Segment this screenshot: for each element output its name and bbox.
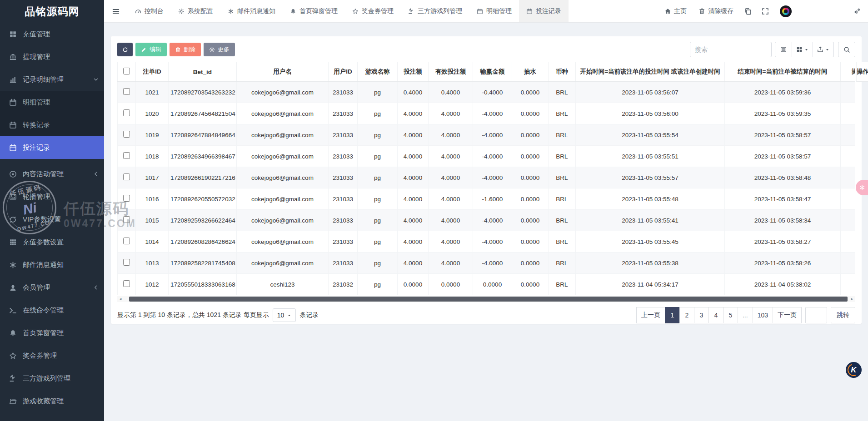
sidebar-item-recharge-params[interactable]: 充值参数设置 bbox=[0, 231, 104, 253]
next-page-button[interactable]: 下一页 bbox=[773, 307, 802, 323]
sidebar-item-carousel[interactable]: 轮播管理 bbox=[0, 185, 104, 208]
copy-page-button[interactable] bbox=[739, 8, 757, 15]
cell-action bbox=[841, 124, 856, 146]
sidebar-item-bet-records[interactable]: 投注记录 bbox=[0, 136, 104, 159]
tab-bet-records[interactable]: 投注记录 bbox=[519, 0, 569, 22]
row-checkbox[interactable] bbox=[123, 173, 130, 180]
page-ellipsis[interactable]: ... bbox=[738, 307, 753, 323]
sidebar-item-recharge[interactable]: 充值管理 bbox=[0, 23, 104, 45]
sidebar-item-members[interactable]: 会员管理 bbox=[0, 276, 104, 299]
tab-home-popup[interactable]: 首页弹窗管理 bbox=[283, 0, 345, 22]
sidebar-item-bonus-coupon[interactable]: 奖金券管理 bbox=[0, 344, 104, 367]
page-button-2[interactable]: 2 bbox=[679, 307, 694, 323]
export-button[interactable] bbox=[813, 42, 834, 57]
cell-user_id: 231033 bbox=[329, 188, 358, 210]
row-checkbox[interactable] bbox=[123, 195, 130, 202]
gavel-icon bbox=[408, 8, 414, 15]
sidebar-item-content-activity[interactable]: 内容活动管理 bbox=[0, 163, 104, 185]
row-checkbox[interactable] bbox=[123, 259, 130, 266]
page-button-5[interactable]: 5 bbox=[723, 307, 738, 323]
cell-rake: 0.0000 bbox=[512, 103, 549, 124]
tab-label: 三方游戏列管理 bbox=[418, 7, 462, 15]
settings-button[interactable] bbox=[848, 8, 868, 15]
delete-button[interactable]: 删除 bbox=[170, 43, 201, 56]
table-row: 10211720892703543263232cokejogo6@gmail.c… bbox=[118, 82, 856, 103]
page-button-1[interactable]: 1 bbox=[665, 307, 680, 323]
tab-mail-notify[interactable]: 邮件消息通知 bbox=[220, 0, 283, 22]
terminal-icon bbox=[9, 307, 17, 314]
cell-checkbox bbox=[118, 124, 136, 146]
sidebar-item-withdraw[interactable]: 提现管理 bbox=[0, 45, 104, 68]
user-avatar[interactable] bbox=[780, 5, 792, 17]
select-all-checkbox[interactable] bbox=[123, 68, 130, 74]
tab-third-party-games[interactable]: 三方游戏列管理 bbox=[401, 0, 469, 22]
jump-page-input[interactable] bbox=[805, 307, 827, 323]
cell-checkbox bbox=[118, 253, 136, 274]
page-size-select[interactable]: 10 bbox=[273, 308, 296, 322]
jump-button[interactable]: 跳转 bbox=[831, 307, 855, 323]
copy-icon bbox=[744, 8, 752, 15]
cell-win_lose_amount: -4.0000 bbox=[473, 146, 512, 167]
row-checkbox[interactable] bbox=[123, 109, 130, 116]
sidebar-item-detail-management[interactable]: 明细管理 bbox=[0, 91, 104, 114]
column-header-bet_id: Bet_id bbox=[169, 62, 237, 82]
page-button-103[interactable]: 103 bbox=[753, 307, 773, 323]
sidebar-item-online-command[interactable]: 在线命令管理 bbox=[0, 299, 104, 322]
cell-bet_id: 1720892703543263232 bbox=[169, 82, 237, 103]
row-checkbox[interactable] bbox=[123, 131, 130, 138]
cell-checkbox bbox=[118, 82, 136, 103]
row-checkbox[interactable] bbox=[123, 238, 130, 244]
sidebar-item-third-party-games[interactable]: 三方游戏列管理 bbox=[0, 367, 104, 390]
calendar-icon bbox=[9, 99, 17, 106]
tab-bonus-coupon[interactable]: 奖金券管理 bbox=[345, 0, 401, 22]
table-wrapper: 注单IDBet_id用户名用户ID游戏名称投注额有效投注额输赢金额抽水币种开始时… bbox=[117, 62, 855, 295]
scrollbar-thumb[interactable] bbox=[129, 297, 848, 302]
scroll-right-arrow[interactable]: ► bbox=[849, 296, 855, 302]
columns-button[interactable] bbox=[792, 42, 813, 57]
sidebar-item-record-detail[interactable]: 记录明细管理 bbox=[0, 68, 104, 91]
sidebar-item-label: 内容活动管理 bbox=[23, 170, 93, 178]
more-button[interactable]: 更多 bbox=[204, 43, 235, 56]
tab-system-config[interactable]: 系统配置 bbox=[171, 0, 220, 22]
cell-valid_bet_amount: 4.0000 bbox=[429, 124, 473, 146]
cell-order_id: 1021 bbox=[136, 82, 169, 103]
tab-label: 控制台 bbox=[145, 7, 164, 15]
sidebar-item-vip-params[interactable]: VIP参数设置 bbox=[0, 208, 104, 231]
menu-toggle-button[interactable] bbox=[104, 0, 128, 22]
clear-cache-link[interactable]: 清除缓存 bbox=[693, 7, 739, 15]
scroll-left-arrow[interactable]: ◄ bbox=[117, 296, 124, 302]
page-button-4[interactable]: 4 bbox=[708, 307, 723, 323]
kefu-logo-button[interactable]: K bbox=[846, 362, 862, 378]
search-input[interactable] bbox=[690, 42, 772, 57]
search-button[interactable] bbox=[838, 42, 855, 57]
cell-valid_bet_amount: 4.0000 bbox=[429, 146, 473, 167]
tab-detail-management[interactable]: 明细管理 bbox=[469, 0, 519, 22]
cell-action bbox=[841, 146, 856, 167]
fullscreen-button[interactable] bbox=[757, 8, 774, 15]
prev-page-button[interactable]: 上一页 bbox=[636, 307, 665, 323]
cell-checkbox bbox=[118, 167, 136, 188]
grid-icon bbox=[9, 30, 17, 38]
floating-service-button[interactable] bbox=[856, 180, 868, 195]
row-checkbox[interactable] bbox=[123, 216, 130, 223]
home-link[interactable]: 主页 bbox=[658, 7, 693, 15]
cell-checkbox bbox=[118, 210, 136, 231]
sidebar-item-mail-notify[interactable]: 邮件消息通知 bbox=[0, 253, 104, 276]
refresh-button[interactable] bbox=[117, 43, 133, 56]
detail-view-button[interactable] bbox=[775, 42, 792, 57]
horizontal-scrollbar[interactable]: ◄ ► bbox=[117, 296, 855, 302]
row-checkbox[interactable] bbox=[123, 88, 130, 95]
edit-button[interactable]: 编辑 bbox=[135, 43, 167, 56]
sidebar-item-game-favorites[interactable]: 游戏收藏管理 bbox=[0, 390, 104, 412]
cell-checkbox bbox=[118, 274, 136, 295]
cell-game_name: pg bbox=[358, 124, 398, 146]
page-button-3[interactable]: 3 bbox=[694, 307, 709, 323]
cell-win_lose_amount: -1.6000 bbox=[473, 188, 512, 210]
sidebar-item-conversion-records[interactable]: 转换记录 bbox=[0, 114, 104, 136]
sidebar-item-label: 记录明细管理 bbox=[23, 75, 93, 84]
sidebar-item-label: 奖金券管理 bbox=[23, 352, 99, 360]
row-checkbox[interactable] bbox=[123, 280, 130, 287]
row-checkbox[interactable] bbox=[123, 152, 130, 159]
sidebar-item-home-popup[interactable]: 首页弹窗管理 bbox=[0, 322, 104, 344]
tab-dashboard[interactable]: 控制台 bbox=[128, 0, 171, 22]
